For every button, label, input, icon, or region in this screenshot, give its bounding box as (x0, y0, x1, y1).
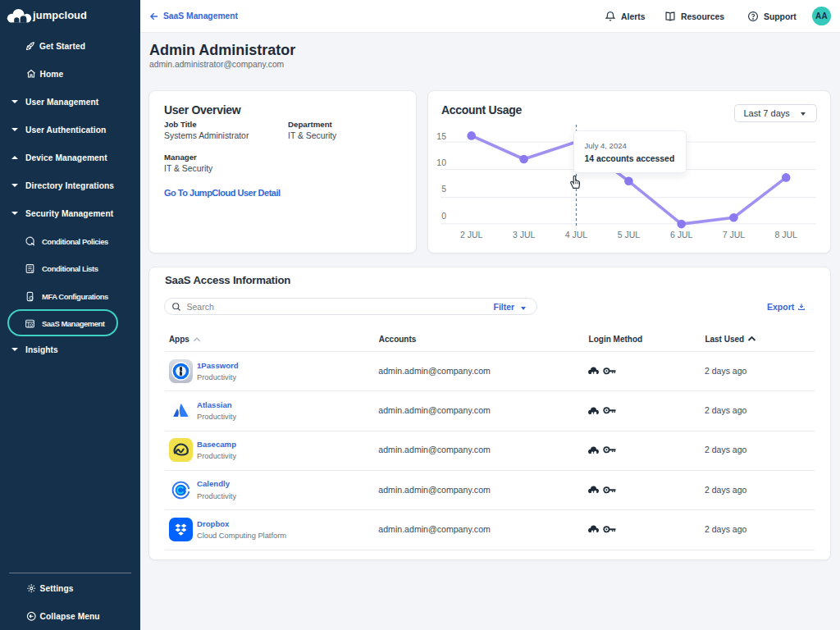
svg-text:10: 10 (436, 158, 446, 167)
svg-text:8 JUL: 8 JUL (774, 230, 797, 240)
svg-text:0: 0 (441, 211, 446, 221)
svg-text:3 JUL: 3 JUL (513, 230, 536, 240)
svg-text:5: 5 (441, 184, 446, 194)
svg-text:4 JUL: 4 JUL (565, 230, 588, 240)
svg-text:5 JUL: 5 JUL (618, 230, 641, 240)
svg-text:7 JUL: 7 JUL (723, 230, 746, 240)
svg-text:6 JUL: 6 JUL (670, 230, 693, 240)
svg-text:2 JUL: 2 JUL (460, 230, 483, 240)
svg-text:15: 15 (436, 131, 446, 141)
